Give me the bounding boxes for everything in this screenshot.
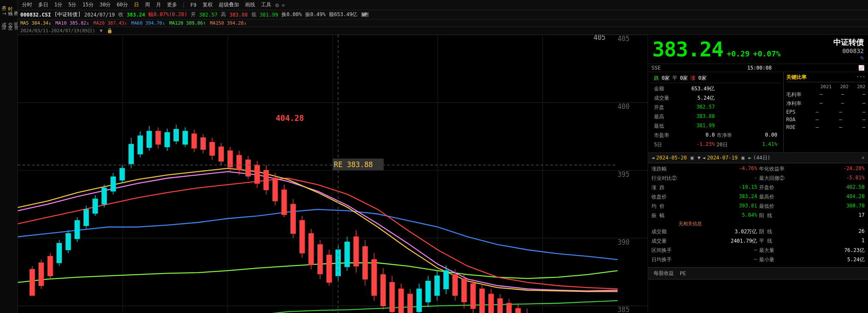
flat-line-label: 平 线 bbox=[759, 237, 785, 246]
period-cal1[interactable]: ▣ bbox=[688, 154, 696, 162]
pe-label: 市盈率 bbox=[654, 131, 669, 140]
empty10 bbox=[734, 122, 778, 131]
index-name-area: 中证转债 000832 ✎ bbox=[833, 37, 864, 61]
interval-15min[interactable]: 15分 bbox=[81, 1, 95, 9]
open-val: 382.57 bbox=[671, 103, 715, 112]
stats-grid: 金额 653.49亿 成交量 5.24亿 开盘 382.57 最高 3 bbox=[651, 83, 781, 151]
btn-superoverlay[interactable]: 超级叠加 bbox=[217, 1, 241, 9]
rise-fall-val: -19.15 bbox=[679, 183, 757, 192]
interval-30min[interactable]: 30分 bbox=[98, 1, 112, 9]
eps-1: — bbox=[816, 109, 819, 115]
volume2-val: 2401.79亿 bbox=[679, 237, 757, 246]
left-stats: 跌 0家 平 0家 涨 0家 金额 653.49亿 成交量 5 bbox=[648, 72, 783, 152]
day20-val: 1.41% bbox=[734, 140, 778, 149]
price-change: 幅0.07%(0.28) bbox=[148, 11, 187, 18]
ma120-label: MA120 389.86↑ bbox=[169, 20, 206, 26]
sidebar-item-k[interactable]: K线图 bbox=[0, 4, 17, 11]
roa-row: ROA — — — bbox=[786, 116, 865, 123]
period-cal2[interactable]: ▣ bbox=[739, 154, 746, 162]
price-low: 381.99 bbox=[260, 12, 278, 18]
more-icon[interactable]: ··· bbox=[856, 74, 865, 81]
roa-1: — bbox=[816, 117, 819, 123]
label-high: 高 bbox=[221, 11, 226, 18]
net-margin-1: — bbox=[820, 100, 823, 107]
max-vol-val: 76.23亿 bbox=[786, 246, 865, 255]
period-arrow-left2[interactable]: ◄ bbox=[702, 155, 705, 161]
amount-val: 653.49亿 bbox=[671, 84, 715, 93]
flat-line-val: 1 bbox=[786, 237, 865, 246]
right-panel: 383.24 +0.29 +0.07% 中证转债 000832 ✎ SSE 15… bbox=[648, 35, 868, 313]
daily-turnover-val: — bbox=[679, 255, 757, 264]
rise-label: 涨 bbox=[690, 75, 696, 82]
ma20-label: MA20 387.43↓ bbox=[93, 20, 127, 26]
empty7 bbox=[717, 112, 732, 121]
interval-fenshi[interactable]: 分时 bbox=[20, 1, 34, 9]
period-arrow-left1[interactable]: ◄ bbox=[651, 155, 654, 161]
tab-pe[interactable]: PE bbox=[678, 270, 688, 277]
sidebar-item-tick[interactable]: TICK bbox=[0, 11, 17, 17]
period-arrow-right[interactable]: ► bbox=[748, 155, 751, 161]
candlestick-chart: 405 400 395 390 385 bbox=[18, 35, 648, 313]
interval-duori[interactable]: 多日 bbox=[36, 1, 50, 9]
yin-line-label: 阴 线 bbox=[759, 227, 785, 236]
key-ratio-title: 关键比率 ··· bbox=[786, 74, 865, 82]
period-close-btn[interactable]: × bbox=[862, 155, 865, 161]
high-label: 最高 bbox=[654, 112, 669, 121]
net-margin-3: — bbox=[862, 100, 865, 107]
amount-label: 金额 bbox=[654, 84, 669, 93]
turnover-label: 区间换手 bbox=[651, 246, 677, 255]
sep1: | bbox=[182, 2, 185, 8]
sidebar-item-depth[interactable]: 深度资料 bbox=[0, 20, 17, 23]
tab-eps[interactable]: 每股收益 bbox=[651, 269, 676, 278]
chart-icon[interactable]: 📈 bbox=[858, 65, 865, 71]
open-label: 开盘 bbox=[654, 103, 669, 112]
interval-5min[interactable]: 5分 bbox=[67, 1, 78, 9]
flat-val: 0家 bbox=[680, 75, 688, 82]
sidebar-item-deal[interactable]: 成交明细 bbox=[0, 17, 17, 20]
amplitude: 振0.49% bbox=[305, 11, 326, 18]
avg-price-val: 393.81 bbox=[679, 202, 757, 211]
price-close: 383.24 bbox=[127, 12, 145, 18]
amount: 额653.49亿 bbox=[329, 11, 357, 18]
btn-f9[interactable]: F9 bbox=[189, 2, 198, 8]
btn-fuquan[interactable]: 复权 bbox=[201, 1, 214, 9]
yang-line-label: 阳 线 bbox=[759, 211, 785, 220]
roa-3: — bbox=[862, 117, 865, 123]
btn-draw[interactable]: 画线 bbox=[243, 1, 257, 9]
volume-label: 成交量 bbox=[654, 94, 669, 103]
interval-more[interactable]: 更多 bbox=[165, 1, 179, 9]
empty-val bbox=[786, 221, 865, 227]
maxdd-val: -5.81% bbox=[786, 174, 865, 183]
gross-margin-row: 毛利率 — — — bbox=[786, 90, 865, 99]
interval-60min[interactable]: 60分 bbox=[115, 1, 129, 9]
expand-icon[interactable]: » bbox=[281, 2, 285, 8]
interval-month[interactable]: 月 bbox=[154, 1, 163, 9]
settings-icon[interactable]: ⚙ bbox=[275, 2, 279, 8]
volume-ratio: 换0.00% bbox=[281, 11, 302, 18]
interval-day[interactable]: 日 bbox=[132, 1, 141, 9]
period-end[interactable]: 2024-07-19 bbox=[707, 155, 737, 161]
date-range-text: 2024/03/11-2024/07/19(89日) bbox=[20, 28, 95, 34]
interval-1min[interactable]: 1分 bbox=[53, 1, 64, 9]
empty4 bbox=[734, 94, 778, 103]
bottom-tabs: 每股收益 PE bbox=[648, 267, 868, 279]
empty2 bbox=[734, 84, 778, 93]
change-val: +0.29 bbox=[726, 49, 749, 58]
low-price-val: 380.78 bbox=[786, 202, 865, 211]
annual-val: -24.20% bbox=[786, 165, 865, 173]
eps-label: EPS bbox=[786, 109, 796, 115]
chart-canvas[interactable]: 405 400 395 390 385 bbox=[18, 35, 648, 313]
amplitude-val: 5.84% bbox=[679, 211, 757, 220]
day20-label: 20日 bbox=[717, 140, 732, 149]
sse-label: SSE bbox=[651, 65, 661, 71]
btn-tools[interactable]: 工具 bbox=[259, 1, 273, 9]
chg-pct-val: -4.76% bbox=[679, 165, 757, 173]
period-start[interactable]: 2024-05-20 bbox=[656, 155, 687, 161]
net-margin-label: 净利率 bbox=[786, 100, 801, 107]
wp-badge: WP bbox=[361, 12, 369, 17]
edit-icon[interactable]: ✎ bbox=[860, 54, 864, 61]
interval-week[interactable]: 周 bbox=[143, 1, 152, 9]
sidebar-item-fen[interactable]: 分时 bbox=[0, 1, 17, 4]
rise-val: 0家 bbox=[698, 75, 706, 82]
volume-val: 5.24亿 bbox=[671, 94, 715, 103]
